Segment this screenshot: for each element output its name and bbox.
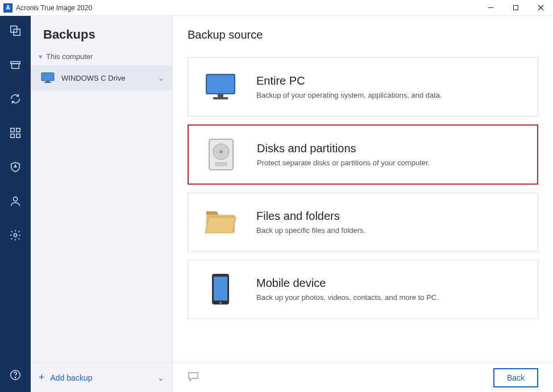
nav-protection-icon[interactable] <box>6 158 24 176</box>
source-card[interactable]: Disks and partitionsProtect separate dis… <box>188 124 538 185</box>
svg-rect-25 <box>215 162 227 166</box>
source-card-list: Entire PCBackup of your operating system… <box>173 47 553 362</box>
minimize-button[interactable] <box>478 0 503 15</box>
card-title: Mobile device <box>256 277 439 290</box>
add-backup-label: Add backup <box>51 373 93 382</box>
card-desc: Backup of your operating system, applica… <box>256 91 442 99</box>
svg-point-29 <box>219 302 222 304</box>
svg-rect-19 <box>206 74 235 94</box>
card-title: Entire PC <box>256 74 442 87</box>
source-card[interactable]: Entire PCBackup of your operating system… <box>188 57 538 116</box>
card-desc: Protect separate disks or partitions of … <box>257 159 430 167</box>
main-panel: Backup source Entire PCBackup of your op… <box>173 16 553 392</box>
sidebar-heading: Backups <box>31 16 172 50</box>
svg-point-12 <box>13 197 17 201</box>
add-backup-button[interactable]: + Add backup ⌄ <box>31 362 172 392</box>
nav-archive-icon[interactable] <box>6 56 24 74</box>
nav-backup-icon[interactable] <box>6 22 24 40</box>
app-title: Acronis True Image 2020 <box>16 4 478 12</box>
bottom-bar: Back <box>173 362 553 392</box>
card-title: Files and folders <box>256 210 365 223</box>
sidebar: Backups ▾ This computer WINDOWS C Drive … <box>31 16 173 392</box>
phone-icon <box>204 273 237 306</box>
window-controls <box>478 0 553 15</box>
svg-point-13 <box>14 233 17 237</box>
svg-rect-9 <box>16 128 20 132</box>
svg-rect-28 <box>214 277 227 301</box>
sidebar-item-windows-c[interactable]: WINDOWS C Drive ⌄ <box>31 65 172 90</box>
svg-rect-20 <box>218 94 223 97</box>
page-title: Backup source <box>173 16 553 47</box>
card-desc: Back up specific files and folders. <box>256 226 365 235</box>
source-card[interactable]: Files and foldersBack up specific files … <box>188 193 538 252</box>
card-desc: Back up your photos, videos, contacts, a… <box>256 293 439 302</box>
svg-point-15 <box>15 377 15 378</box>
app-logo: A <box>3 3 13 12</box>
tree-root[interactable]: ▾ This computer <box>31 50 172 65</box>
titlebar: A Acronis True Image 2020 <box>0 0 553 16</box>
chevron-down-icon: ⌄ <box>157 373 164 382</box>
maximize-button[interactable] <box>503 0 528 15</box>
nav-help-icon[interactable] <box>6 366 24 384</box>
tree-root-label: This computer <box>46 52 93 61</box>
nav-settings-icon[interactable] <box>6 226 24 244</box>
folder-icon <box>204 206 237 239</box>
svg-rect-17 <box>46 81 49 82</box>
card-title: Disks and partitions <box>257 142 430 155</box>
nav-account-icon[interactable] <box>6 192 24 210</box>
svg-rect-10 <box>11 134 14 137</box>
svg-rect-8 <box>11 128 14 132</box>
nav-sync-icon[interactable] <box>6 90 24 108</box>
svg-rect-7 <box>12 64 19 68</box>
svg-rect-18 <box>44 82 51 83</box>
svg-rect-11 <box>16 134 20 137</box>
nav-dashboard-icon[interactable] <box>6 124 24 142</box>
hdd-icon <box>205 138 238 171</box>
monitor-icon <box>41 72 55 84</box>
svg-point-24 <box>219 150 223 153</box>
nav-rail <box>0 16 31 392</box>
chevron-down-icon: ▾ <box>39 52 43 61</box>
plus-icon: + <box>39 372 45 383</box>
chevron-down-icon: ⌄ <box>158 74 164 82</box>
chat-icon[interactable] <box>188 372 199 384</box>
source-card[interactable]: Mobile deviceBack up your photos, videos… <box>188 260 538 319</box>
close-button[interactable] <box>528 0 553 15</box>
sidebar-item-label: WINDOWS C Drive <box>61 74 126 82</box>
svg-rect-21 <box>213 97 228 99</box>
monitor-icon <box>204 70 237 103</box>
svg-rect-16 <box>41 73 54 81</box>
back-button[interactable]: Back <box>493 368 538 387</box>
svg-rect-1 <box>513 6 518 10</box>
